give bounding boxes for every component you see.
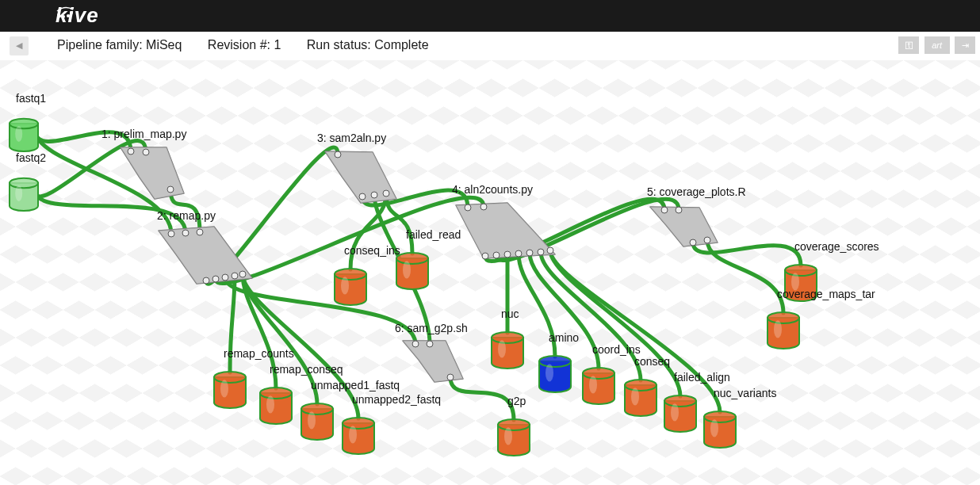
svg-point-9 <box>341 277 349 294</box>
cylinder-icon <box>343 418 374 454</box>
crumb-pipeline-family[interactable]: Pipeline family: MiSeq <box>57 38 182 52</box>
svg-point-63 <box>676 207 682 213</box>
output-label: coverage_maps_tar <box>777 288 875 300</box>
art-button[interactable]: art <box>924 36 950 54</box>
svg-point-20 <box>664 395 696 407</box>
svg-point-8 <box>335 269 366 280</box>
svg-point-51 <box>371 192 377 198</box>
svg-point-42 <box>182 230 189 236</box>
svg-point-52 <box>383 190 389 197</box>
cylinder-icon <box>10 119 38 151</box>
svg-point-46 <box>222 274 228 281</box>
processor-label: 1: prelim_map.py <box>101 128 186 140</box>
svg-point-1 <box>62 15 65 18</box>
output-label: amino <box>549 331 579 344</box>
output-label: nuc <box>501 307 519 320</box>
svg-point-50 <box>359 193 366 200</box>
input-label: fastq2 <box>16 151 46 164</box>
processor-label: 4: aln2counts.py <box>452 183 533 196</box>
back-button[interactable]: ◀ <box>10 36 29 55</box>
svg-point-3 <box>70 11 73 14</box>
output-label: conseq <box>634 355 670 368</box>
svg-point-19 <box>631 388 639 405</box>
output-label: unmapped1_fastq <box>311 379 400 391</box>
svg-point-62 <box>661 207 668 213</box>
output-label: unmapped2_fastq <box>352 393 441 406</box>
output-label: nuc_variants <box>714 387 776 399</box>
svg-point-4 <box>10 119 38 129</box>
svg-point-7 <box>15 185 22 201</box>
output-label: coverage_scores <box>794 240 879 253</box>
svg-point-17 <box>589 376 597 393</box>
svg-point-31 <box>266 395 274 413</box>
output-label: remap_counts <box>224 347 294 360</box>
input-label: fastq1 <box>16 92 46 105</box>
processor-label: 3: sam2aln.py <box>317 132 386 144</box>
svg-point-67 <box>427 341 433 347</box>
svg-point-10 <box>396 253 428 264</box>
svg-point-13 <box>498 340 506 357</box>
svg-point-44 <box>203 277 209 284</box>
svg-point-40 <box>167 186 174 193</box>
svg-point-57 <box>504 251 511 258</box>
svg-point-65 <box>704 237 710 243</box>
svg-point-5 <box>15 126 22 142</box>
svg-point-68 <box>447 374 454 380</box>
svg-point-36 <box>498 419 530 430</box>
cylinder-icon <box>260 388 292 424</box>
processor-label: 6: sam_g2p.sh <box>395 322 468 334</box>
cylinder-icon <box>583 368 614 404</box>
svg-point-14 <box>539 356 571 367</box>
svg-point-61 <box>547 247 553 254</box>
svg-point-47 <box>232 273 238 279</box>
processor-label: 5: coverage_plots.R <box>647 185 746 198</box>
output-label: remap_conseq <box>270 363 343 376</box>
svg-point-60 <box>538 249 544 255</box>
cylinder-icon <box>301 403 333 440</box>
svg-point-55 <box>482 253 488 259</box>
svg-point-24 <box>785 265 817 276</box>
sub-header: ◀ Pipeline family: MiSeq Revision #: 1 R… <box>0 32 980 61</box>
cylinder-icon <box>396 253 428 289</box>
cylinder-icon <box>664 395 696 432</box>
svg-point-30 <box>260 388 292 399</box>
svg-point-23 <box>710 419 718 437</box>
top-bar: kive <box>0 0 980 32</box>
cylinder-icon <box>214 372 246 408</box>
cylinder-icon <box>704 411 736 448</box>
svg-point-18 <box>625 380 657 391</box>
cylinder-icon <box>768 312 799 349</box>
cylinder-icon <box>539 356 571 392</box>
svg-point-43 <box>197 229 203 235</box>
svg-point-49 <box>335 151 341 158</box>
svg-point-33 <box>308 411 316 429</box>
svg-point-26 <box>768 312 799 323</box>
svg-point-15 <box>546 364 553 381</box>
crumb-revision[interactable]: Revision #: 1 <box>208 38 281 52</box>
svg-point-66 <box>412 341 419 347</box>
output-label: coord_ins <box>592 343 641 356</box>
crumb-status: Run status: Complete <box>307 38 429 52</box>
svg-point-21 <box>671 403 679 421</box>
svg-point-48 <box>239 271 246 277</box>
key-icon[interactable]: ⚿ <box>898 36 919 54</box>
svg-point-37 <box>504 427 512 445</box>
svg-point-12 <box>492 332 523 343</box>
svg-point-28 <box>214 372 246 383</box>
svg-point-6 <box>10 178 38 189</box>
output-label: conseq_ins <box>344 244 400 257</box>
svg-point-27 <box>774 320 782 338</box>
svg-point-59 <box>526 250 533 256</box>
export-icon[interactable]: ⇥ <box>955 36 975 54</box>
cylinder-icon <box>492 332 523 369</box>
pipeline-canvas[interactable]: fastq1fastq21: prelim_map.py2: remap.py3… <box>0 60 980 485</box>
cylinder-icon <box>625 380 657 416</box>
logo[interactable]: kive <box>56 3 101 28</box>
svg-point-34 <box>343 418 374 429</box>
svg-point-38 <box>128 148 134 155</box>
output-label: g2p <box>507 395 526 407</box>
output-label: failed_read <box>406 228 461 241</box>
svg-point-54 <box>480 204 487 210</box>
processor-node[interactable] <box>403 341 463 382</box>
breadcrumb: Pipeline family: MiSeq Revision #: 1 Run… <box>57 38 451 52</box>
